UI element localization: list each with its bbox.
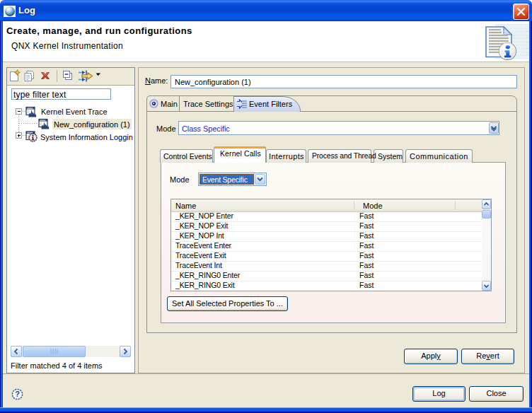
svg-text:?: ?	[15, 390, 20, 398]
